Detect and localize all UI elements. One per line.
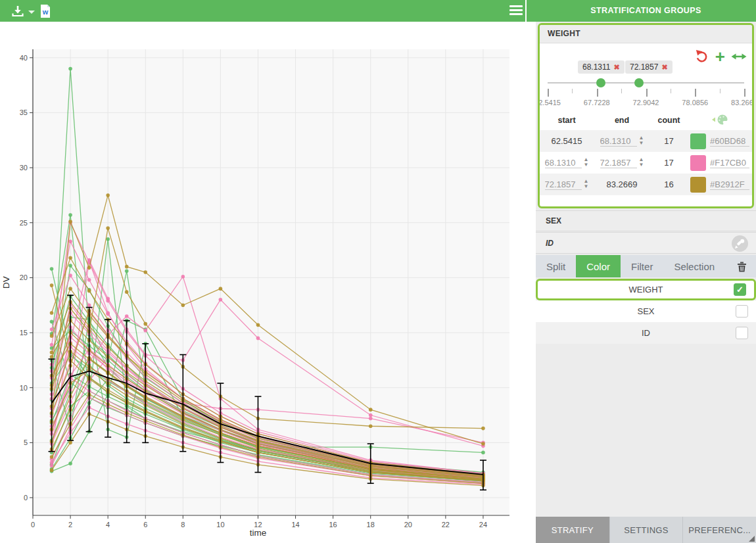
end-cell-value[interactable]: 68.1310: [600, 136, 637, 147]
data-point[interactable]: [50, 311, 54, 315]
data-point[interactable]: [50, 464, 54, 468]
resize-grip[interactable]: [749, 536, 755, 542]
slider-handle[interactable]: [596, 78, 605, 87]
data-point[interactable]: [481, 427, 485, 431]
palette-icon[interactable]: [711, 114, 728, 126]
data-point[interactable]: [481, 442, 485, 446]
data-point[interactable]: [106, 226, 110, 230]
data-point[interactable]: [125, 265, 129, 269]
spinner-arrows[interactable]: ▲▼: [584, 179, 589, 190]
color-swatch[interactable]: [690, 155, 706, 171]
remove-break-icon[interactable]: ✖: [661, 63, 667, 71]
data-point[interactable]: [181, 303, 185, 307]
bottom-tab-settings[interactable]: SETTINGS: [609, 517, 683, 543]
data-point[interactable]: [68, 256, 72, 260]
data-point[interactable]: [106, 193, 110, 197]
data-point[interactable]: [68, 287, 72, 291]
data-point[interactable]: [87, 289, 91, 293]
break-chip[interactable]: 72.1857✖: [625, 60, 673, 74]
data-point[interactable]: [106, 237, 110, 241]
slider-handle[interactable]: [634, 78, 644, 87]
data-point[interactable]: [50, 283, 54, 287]
data-point[interactable]: [68, 239, 72, 243]
data-point[interactable]: [68, 273, 72, 277]
data-point[interactable]: [68, 220, 72, 224]
mode-tab-selection[interactable]: Selection: [663, 255, 725, 277]
bottom-tab-preferenc[interactable]: PREFERENC...: [682, 517, 756, 543]
data-point[interactable]: [50, 455, 54, 459]
data-point[interactable]: [50, 468, 54, 472]
section-sex[interactable]: SEX: [536, 210, 756, 231]
break-chip[interactable]: 68.1311✖: [578, 60, 625, 74]
start-cell-value[interactable]: 68.1310: [545, 158, 582, 168]
data-point[interactable]: [68, 213, 72, 217]
trash-icon[interactable]: [737, 255, 756, 277]
data-point[interactable]: [50, 350, 54, 354]
spinner-arrows[interactable]: ▲▼: [639, 158, 644, 168]
data-point[interactable]: [50, 355, 54, 359]
data-point[interactable]: [50, 327, 54, 331]
color-hex-input[interactable]: #60BD68: [710, 136, 749, 147]
variable-checkbox[interactable]: ✓: [734, 283, 746, 296]
variable-row-id[interactable]: ID: [536, 322, 756, 344]
data-point[interactable]: [50, 267, 54, 271]
variable-checkbox[interactable]: [736, 327, 748, 339]
end-cell-value[interactable]: 72.1857: [600, 158, 637, 168]
color-hex-input[interactable]: #B2912F: [710, 179, 749, 190]
slider-track[interactable]: [548, 82, 744, 83]
data-point[interactable]: [143, 270, 147, 274]
mode-tab-split[interactable]: Split: [536, 255, 576, 277]
weight-range-slider[interactable]: [540, 76, 752, 89]
data-point[interactable]: [369, 424, 373, 428]
data-point[interactable]: [50, 320, 54, 324]
data-point[interactable]: [50, 461, 54, 465]
data-point[interactable]: [68, 441, 72, 445]
data-point[interactable]: [219, 298, 223, 302]
data-point[interactable]: [143, 329, 147, 333]
data-point[interactable]: [106, 312, 110, 316]
data-point[interactable]: [50, 334, 54, 338]
reset-button[interactable]: [694, 49, 709, 64]
variable-row-weight[interactable]: WEIGHT✓: [536, 279, 756, 300]
data-point[interactable]: [87, 278, 91, 282]
data-point[interactable]: [87, 303, 91, 307]
color-hex-input[interactable]: #F17CB0: [710, 158, 749, 168]
data-point[interactable]: [219, 287, 223, 291]
data-point[interactable]: [125, 314, 129, 318]
data-point[interactable]: [87, 266, 91, 270]
remove-break-icon[interactable]: ✖: [614, 63, 620, 71]
data-point[interactable]: [256, 323, 260, 327]
data-point[interactable]: [256, 337, 260, 341]
section-id[interactable]: ID: [536, 232, 756, 254]
data-point[interactable]: [68, 264, 72, 268]
data-point[interactable]: [106, 296, 110, 300]
eyedropper-icon[interactable]: [732, 235, 748, 252]
mode-tab-color[interactable]: Color: [576, 255, 621, 277]
data-point[interactable]: [369, 408, 373, 412]
data-point[interactable]: [369, 413, 373, 417]
data-point[interactable]: [50, 343, 54, 347]
spinner-arrows[interactable]: ▲▼: [584, 158, 589, 168]
variable-row-sex[interactable]: SEX: [536, 300, 756, 322]
expand-range-button[interactable]: [731, 50, 747, 63]
dv-time-plot[interactable]: 0246810121416182022240510152025303540tim…: [0, 22, 536, 543]
menu-button[interactable]: [509, 5, 523, 16]
data-point[interactable]: [181, 275, 185, 279]
data-point[interactable]: [369, 417, 373, 421]
download-button[interactable]: [11, 3, 35, 19]
add-break-button[interactable]: +: [715, 50, 725, 63]
word-export-button[interactable]: w: [39, 3, 51, 19]
start-cell-value[interactable]: 72.1857: [545, 179, 582, 190]
data-point[interactable]: [68, 67, 72, 71]
data-point[interactable]: [68, 461, 72, 465]
data-point[interactable]: [143, 322, 147, 326]
data-point[interactable]: [481, 451, 485, 455]
mode-tab-filter[interactable]: Filter: [621, 255, 663, 277]
data-point[interactable]: [125, 270, 129, 273]
color-swatch[interactable]: [690, 177, 706, 193]
data-point[interactable]: [125, 290, 129, 294]
spinner-arrows[interactable]: ▲▼: [639, 136, 644, 147]
variable-checkbox[interactable]: [736, 305, 748, 318]
bottom-tab-stratify[interactable]: STRATIFY: [536, 517, 609, 543]
color-swatch[interactable]: [690, 133, 706, 149]
